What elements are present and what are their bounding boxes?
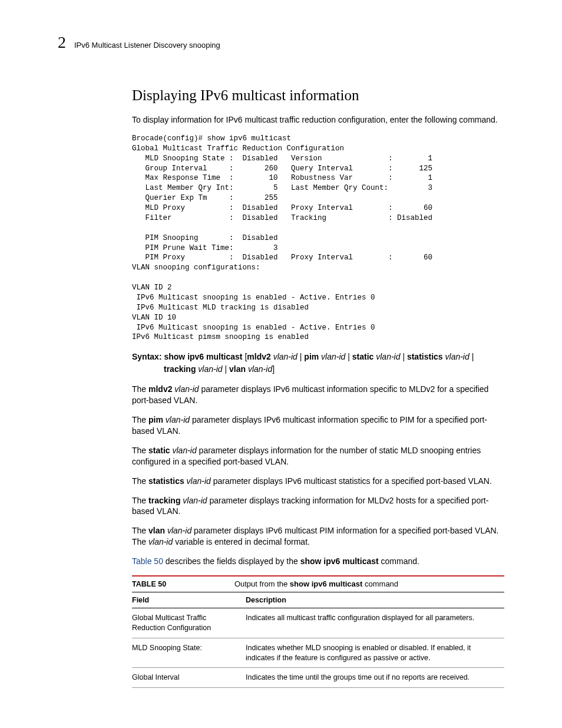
cli-output: Brocade(config)# show ipv6 multicast Glo… [132, 134, 504, 342]
table-head-field: Field [132, 592, 246, 608]
syntax-sep: | [348, 352, 352, 361]
table-label: TABLE 50 [132, 580, 232, 588]
syntax-sep: | [472, 352, 474, 361]
para-mldv2: The mldv2 vlan-id parameter displays IPv… [132, 384, 504, 406]
syntax-block: Syntax: show ipv6 multicast [mldv2 vlan-… [132, 351, 504, 375]
para-tracking: The tracking vlan-id parameter displays … [132, 495, 504, 518]
para-vlan: The vlan vlan-id parameter displays IPv6… [132, 525, 504, 548]
table-cell-desc: Indicates the time until the groups time… [246, 668, 504, 688]
syntax-arg: vlan-id [198, 364, 222, 374]
para-tableref: Table 50 describes the fields displayed … [132, 556, 504, 567]
syntax-cmd: show ipv6 multicast [164, 352, 242, 361]
table-cell-field: Global Multicast Traffic Reduction Confi… [132, 608, 246, 638]
chapter-title: IPv6 Multicast Listener Discovery snoopi… [74, 41, 220, 50]
table-caption-text: Output from the show ipv6 multicast comm… [234, 579, 398, 588]
syntax-opt-statistics: statistics [407, 352, 443, 361]
syntax-arg: vlan-id [248, 364, 272, 374]
table-head-desc: Description [246, 592, 504, 608]
syntax-opt-tracking: tracking [164, 364, 196, 374]
syntax-arg: vlan-id [445, 352, 470, 361]
syntax-arg: vlan-id [321, 352, 345, 361]
syntax-opt-vlan: vlan [229, 364, 246, 374]
syntax-arg: vlan-id [273, 352, 297, 361]
table-row: Global Interval Indicates the time until… [132, 668, 504, 688]
syntax-label: Syntax: [132, 352, 162, 361]
output-table: Field Description Global Multicast Traff… [132, 592, 504, 688]
syntax-arg: vlan-id [376, 352, 400, 361]
syntax-sep: | [402, 352, 407, 361]
table-row: Global Multicast Traffic Reduction Confi… [132, 608, 504, 638]
table-caption: TABLE 50 Output from the show ipv6 multi… [132, 575, 504, 588]
syntax-line2: tracking vlan-id | vlan vlan-id] [132, 364, 275, 374]
page-header: 2 IPv6 Multicast Listener Discovery snoo… [58, 33, 504, 52]
para-static: The static vlan-id parameter displays in… [132, 445, 504, 467]
table-row: MLD Snooping State: Indicates whether ML… [132, 638, 504, 668]
syntax-opt-mldv2: mldv2 [247, 352, 270, 361]
para-statistics: The statistics vlan-id parameter display… [132, 476, 504, 487]
syntax-close: ] [272, 364, 275, 374]
chapter-number: 2 [58, 33, 66, 52]
table-cell-desc: Indicates whether MLD snooping is enable… [246, 638, 504, 668]
section-title: Displaying IPv6 multicast information [132, 87, 504, 104]
table-cell-desc: Indicates all multicast traffic configur… [246, 608, 504, 638]
syntax-sep: | [225, 364, 230, 374]
syntax-opt-static: static [352, 352, 374, 361]
table-cell-field: MLD Snooping State: [132, 638, 246, 668]
table-link[interactable]: Table 50 [132, 556, 163, 566]
intro-paragraph: To display information for IPv6 multicas… [132, 114, 504, 126]
para-pim: The pim vlan-id parameter displays IPv6 … [132, 414, 504, 437]
syntax-opt-pim: pim [304, 352, 319, 361]
table-cell-field: Global Interval [132, 668, 246, 688]
